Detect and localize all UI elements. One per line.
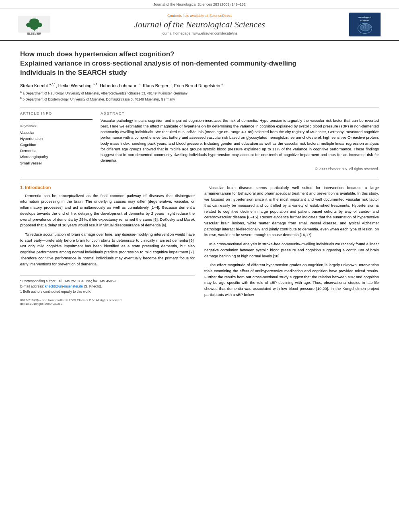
keyword-dementia: Dementia xyxy=(20,148,93,154)
svg-text:sciences: sciences xyxy=(360,19,370,22)
keywords-label: Keywords: xyxy=(20,124,93,128)
affiliation-a: a Department of Neurology, University of… xyxy=(23,91,187,95)
main-content: How much does hypertension affect cognit… xyxy=(0,41,399,314)
email-name: (S. Knecht). xyxy=(83,284,102,288)
body-content: 1. Introduction Dementia can be conceptu… xyxy=(20,179,379,306)
body-col-left: 1. Introduction Dementia can be conceptu… xyxy=(20,185,195,306)
email-note: E-mail address: knecht@uni-muenster.de (… xyxy=(20,284,195,289)
doi-value: doi:10.1016/j.jns.2009.02.362 xyxy=(20,302,62,306)
right-para-1: Vascular brain disease seems particularl… xyxy=(204,185,379,238)
article-info-abstract-section: ARTICLE INFO Keywords: Vascular Hyperten… xyxy=(20,111,379,171)
page-bottom-bar: 0022-510X/$ – see front matter © 2009 El… xyxy=(20,298,195,302)
equal-contrib-note: 1 Both authors contributed equally to th… xyxy=(20,289,195,294)
authors-line: Stefan Knecht a,*,1, Heike Wersching a,1… xyxy=(20,82,379,88)
journal-logo-icon: neurological sciences xyxy=(349,12,381,37)
header-right-logo: neurological sciences xyxy=(343,12,387,37)
intro-para-1: Dementia can be conceptualized as the fi… xyxy=(20,193,195,228)
right-para-3: The effect magnitude of different hypert… xyxy=(204,262,379,298)
header-center: Contents lists available at ScienceDirec… xyxy=(56,14,343,35)
divider-1 xyxy=(20,107,379,107)
corresponding-note: * Corresponding author. Tel.: +49 251 83… xyxy=(20,279,195,284)
journal-title: Journal of the Neurological Sciences xyxy=(60,19,339,30)
sciencedirect-info: Contents lists available at ScienceDirec… xyxy=(60,14,339,18)
email-link[interactable]: knecht@uni-muenster.de xyxy=(45,284,83,288)
journal-homepage: journal homepage: www.elsevier.com/locat… xyxy=(60,31,339,35)
abstract-header: ABSTRACT xyxy=(101,111,379,115)
journal-volume-info: Journal of the Neurological Sciences 283… xyxy=(153,2,246,6)
page-wrapper: Journal of the Neurological Sciences 283… xyxy=(0,0,399,532)
issn-text: 0022-510X/$ – see front matter © 2009 El… xyxy=(20,298,122,302)
keyword-hypertension: Hypertension xyxy=(20,136,93,142)
abstract-column: ABSTRACT Vascular pathology impairs cogn… xyxy=(101,111,379,171)
abstract-text: Vascular pathology impairs cognition and… xyxy=(101,118,379,164)
contents-list-text: Contents lists available at xyxy=(167,14,208,18)
divider-keywords xyxy=(20,119,93,120)
affiliations: a a Department of Neurology, University … xyxy=(20,90,379,102)
keyword-cognition: Cognition xyxy=(20,142,93,148)
affiliation-b: b Department of Epidemiology, University… xyxy=(23,97,175,101)
body-two-col: 1. Introduction Dementia can be conceptu… xyxy=(20,185,379,306)
article-info-header: ARTICLE INFO xyxy=(20,111,93,115)
top-bar: Journal of the Neurological Sciences 283… xyxy=(0,0,399,8)
footer-notes: * Corresponding author. Tel.: +49 251 83… xyxy=(20,275,195,294)
keyword-small-vessel: Small vessel xyxy=(20,160,93,166)
sciencedirect-name[interactable]: ScienceDirect xyxy=(210,14,232,18)
neuro-journal-logo: neurological sciences xyxy=(349,12,380,37)
intro-section-title: 1. Introduction xyxy=(20,185,195,190)
journal-header: ELSEVIER Contents lists available at Sci… xyxy=(0,8,399,41)
copyright-note: © 2009 Elsevier B.V. All rights reserved… xyxy=(101,167,379,171)
svg-text:neurological: neurological xyxy=(358,16,371,18)
email-label: E-mail address: xyxy=(20,284,45,288)
intro-para-2: To reduce accumulation of brain damage o… xyxy=(20,232,195,267)
keyword-vascular: Vascular xyxy=(20,129,93,136)
article-info-column: ARTICLE INFO Keywords: Vascular Hyperten… xyxy=(20,111,93,171)
corresponding-text: * Corresponding author. Tel.: +49 251 83… xyxy=(20,279,117,283)
right-para-2: In a cross-sectional analysis in stroke-… xyxy=(204,241,379,259)
doi-text: doi:10.1016/j.jns.2009.02.362 xyxy=(20,302,195,306)
body-col-right: Vascular brain disease seems particularl… xyxy=(204,185,379,306)
svg-point-5 xyxy=(30,24,38,30)
svg-text:ELSEVIER: ELSEVIER xyxy=(27,32,41,35)
article-title: How much does hypertension affect cognit… xyxy=(20,50,379,78)
keyword-microangiopathy: Microangiopathy xyxy=(20,154,93,160)
elsevier-logo-icon: ELSEVIER xyxy=(16,14,52,36)
elsevier-logo-area: ELSEVIER xyxy=(12,14,56,36)
